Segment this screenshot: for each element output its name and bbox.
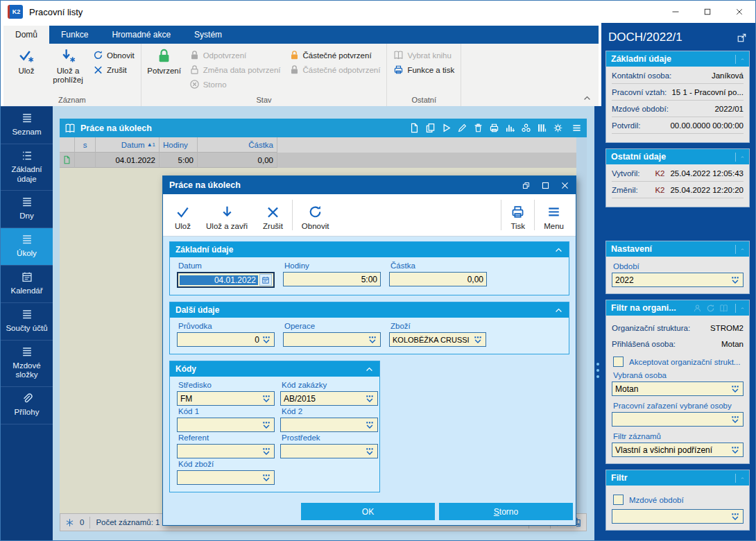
browse-menu-icon[interactable] — [572, 123, 582, 133]
collapse-section-icon[interactable] — [365, 365, 374, 374]
minimize-button[interactable] — [660, 1, 691, 23]
sidebar-item-ukoly[interactable]: Úkoly — [1, 228, 53, 266]
workflow-icon[interactable] — [521, 123, 531, 133]
sidebar-item-prilohy[interactable]: Přílohy — [1, 387, 53, 424]
datum-input[interactable]: 04.01.2022 — [177, 272, 275, 288]
confirm-button[interactable]: Potvrzení — [144, 44, 185, 77]
hodiny-input[interactable]: 5:00 — [283, 272, 381, 286]
dropdown-icon[interactable] — [261, 335, 271, 345]
kod-zakazky-select[interactable]: AB/2015 — [280, 391, 378, 406]
kod2-select[interactable] — [280, 418, 378, 432]
dialog-save-close-button[interactable]: Ulož a zavři — [198, 196, 255, 234]
run-icon[interactable] — [441, 123, 452, 133]
edit-icon[interactable] — [457, 123, 467, 133]
dialog-cancel-button[interactable]: Zrušit — [255, 196, 291, 234]
vertical-scrollbar[interactable] — [576, 137, 587, 513]
sidebar-item-soucty-uctu[interactable]: Součty účtů — [1, 303, 53, 341]
save-button[interactable]: Ulož — [6, 44, 47, 77]
columns-icon[interactable] — [537, 123, 547, 133]
copy-record-icon[interactable] — [425, 123, 436, 133]
referent-select[interactable] — [177, 444, 275, 458]
collapse-panel-icon[interactable] — [735, 153, 744, 162]
vybrana-osoba-select[interactable]: Motan — [612, 381, 744, 396]
ok-button[interactable]: OK — [301, 503, 435, 520]
sidebar-item-seznam[interactable]: Seznam — [1, 106, 53, 144]
pruvodka-select[interactable]: 0 — [177, 332, 275, 347]
restore-icon[interactable] — [522, 181, 531, 190]
collapse-section-icon[interactable] — [554, 246, 563, 255]
dialog-save-button[interactable]: Ulož — [167, 196, 198, 234]
close-icon[interactable] — [560, 181, 569, 190]
zbozi-select[interactable]: KOLOBĚŽKA CRUSSI — [389, 332, 486, 347]
obdobi-select[interactable]: 2022 — [612, 273, 744, 287]
dropdown-icon[interactable] — [730, 275, 740, 285]
dropdown-icon[interactable] — [261, 473, 271, 483]
save-and-view-button[interactable]: Ulož a prohlížej — [47, 44, 89, 86]
dropdown-icon[interactable] — [261, 394, 271, 404]
collapse-panel-icon[interactable] — [735, 245, 744, 254]
kod-zbozi-select[interactable] — [177, 470, 275, 485]
collapse-panel-icon[interactable] — [735, 304, 744, 313]
maximize-icon[interactable] — [541, 181, 550, 190]
tab-funkce[interactable]: Funkce — [49, 26, 100, 44]
storno-button[interactable]: Storno — [439, 503, 573, 520]
collapse-section-icon[interactable] — [554, 306, 563, 315]
mzdove-obdobi-checkbox[interactable] — [613, 495, 624, 505]
dropdown-icon[interactable] — [368, 335, 377, 345]
dropdown-icon[interactable] — [730, 384, 740, 394]
calendar-picker-button[interactable] — [259, 274, 272, 286]
partial-unconfirm-button[interactable]: Částečné odpotvrzení — [285, 62, 385, 77]
castka-input[interactable]: 0,00 — [389, 272, 487, 286]
dropdown-icon[interactable] — [261, 447, 271, 456]
sidebar-item-zakladni-udaje[interactable]: Základní údaje — [1, 144, 53, 191]
open-in-window-icon[interactable] — [737, 33, 747, 43]
functions-print-button[interactable]: Funkce a tisk — [389, 62, 458, 77]
sidebar-item-kalendar[interactable]: Kalendář — [1, 266, 53, 303]
background-tasks-icon[interactable] — [65, 518, 74, 527]
partial-confirm-button[interactable]: Částečné potvrzení — [285, 48, 385, 62]
storno-button[interactable]: Storno — [185, 77, 285, 92]
dialog-refresh-button[interactable]: Obnovit — [294, 196, 337, 234]
dropdown-icon[interactable] — [730, 512, 740, 522]
new-record-icon[interactable] — [409, 123, 420, 133]
dropdown-icon[interactable] — [365, 447, 375, 456]
kod1-select[interactable] — [177, 418, 275, 432]
dialog-print-button[interactable]: Tisk — [503, 196, 533, 234]
print-icon[interactable] — [489, 123, 499, 133]
tab-system[interactable]: Systém — [182, 26, 234, 44]
dropdown-icon[interactable] — [473, 335, 483, 345]
dropdown-icon[interactable] — [730, 445, 740, 455]
chart-icon[interactable] — [505, 123, 515, 133]
dropdown-icon[interactable] — [365, 420, 375, 430]
select-book-button[interactable]: Vybrat knihu — [389, 48, 458, 62]
sidebar-item-dny[interactable]: Dny — [1, 191, 53, 228]
maximize-button[interactable] — [691, 1, 723, 23]
close-button[interactable] — [723, 1, 755, 23]
tab-domu[interactable]: Domů — [3, 26, 49, 44]
col-s[interactable]: s — [75, 137, 96, 153]
dropdown-icon[interactable] — [365, 394, 375, 404]
collapse-panel-icon[interactable] — [735, 55, 744, 64]
cancel-button[interactable]: Zrušit — [89, 62, 139, 77]
refresh-button[interactable]: Obnovit — [89, 48, 139, 62]
unconfirm-button[interactable]: Odpotvrzení — [185, 48, 285, 62]
col-hodiny[interactable]: Hodiny — [160, 137, 198, 153]
dialog-menu-button[interactable]: Menu — [536, 196, 572, 234]
col-castka[interactable]: Částka — [198, 137, 277, 153]
change-confirm-date-button[interactable]: Změna data potvrzení — [185, 62, 285, 77]
col-datum[interactable]: Datum ▲1 — [96, 137, 160, 153]
dropdown-icon[interactable] — [730, 415, 740, 424]
col-state[interactable] — [60, 137, 75, 153]
dropdown-icon[interactable] — [261, 420, 271, 430]
prostredek-select[interactable] — [280, 444, 378, 458]
sidebar-item-mzdove-slozky[interactable]: Mzdové složky — [1, 341, 53, 388]
delete-icon[interactable] — [473, 123, 483, 133]
accept-org-structure-checkbox[interactable] — [613, 357, 624, 367]
collapse-panel-icon[interactable] — [735, 474, 744, 483]
operace-select[interactable] — [283, 332, 381, 347]
stredisko-select[interactable]: FM — [177, 391, 275, 406]
filtr-zaznamu-select[interactable]: Vlastní a všichni podřízení — [612, 443, 744, 457]
tab-hromadne-akce[interactable]: Hromadné akce — [100, 26, 182, 44]
collapse-ribbon-icon[interactable] — [583, 94, 592, 103]
panel-splitter[interactable] — [594, 106, 601, 540]
